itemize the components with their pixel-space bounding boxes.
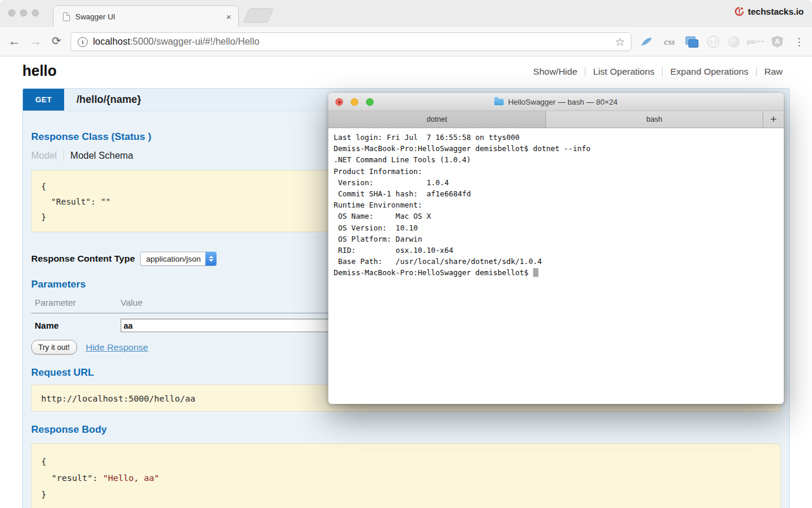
response-string-value: "Hello, aa" <box>103 473 159 483</box>
expand-operations-link[interactable]: Expand Operations <box>670 66 748 77</box>
divider <box>756 67 757 76</box>
terminal-line: OS Version: 10.10 <box>334 222 778 233</box>
terminal-line: Product Information: <box>334 166 778 177</box>
tab-model-schema[interactable]: Model Schema <box>71 151 134 161</box>
show-hide-link[interactable]: Show/Hide <box>533 66 577 77</box>
terminal-tab-bash[interactable]: bash <box>546 111 763 128</box>
reload-icon[interactable]: ⟳ <box>52 33 61 49</box>
hide-response-link[interactable]: Hide Response <box>86 342 148 353</box>
terminal-line: Runtime Environment: <box>334 199 778 210</box>
try-it-out-button[interactable]: Try it out! <box>31 340 77 355</box>
resource-actions: Show/Hide List Operations Expand Operati… <box>533 66 783 77</box>
brand-badge: techstacks.io <box>734 6 804 16</box>
operation-path[interactable]: /hello/{name} <box>64 89 141 111</box>
select-stepper-icon <box>205 252 217 266</box>
swirl-extension-icon[interactable] <box>728 36 740 48</box>
json-viewer-extension-icon[interactable]: {...} <box>707 36 719 48</box>
browser-tab[interactable]: Swagger UI × <box>53 5 239 27</box>
response-content-type-select[interactable]: application/json <box>140 252 217 266</box>
window-controls[interactable] <box>8 9 39 16</box>
terminal-window-controls[interactable] <box>335 98 374 106</box>
gist-extension-icon[interactable]: gist+++ <box>748 35 763 49</box>
extensions-bar: css {...} gist+++ A ⋮ <box>640 33 806 51</box>
parameter-name-label: Name <box>35 320 121 330</box>
photo-front-icon <box>688 39 698 48</box>
terminal-close-icon[interactable] <box>335 98 343 106</box>
terminal-minimize-icon[interactable] <box>351 98 358 106</box>
bookmark-star-icon[interactable]: ☆ <box>615 35 625 49</box>
raw-link[interactable]: Raw <box>764 66 783 77</box>
value-column-header: Value <box>121 298 142 308</box>
tab-close-icon[interactable]: × <box>226 12 231 22</box>
terminal-line: .NET Command Line Tools (1.0.4) <box>334 154 778 165</box>
terminal-title: HelloSwagger — bash — 80×24 <box>494 98 617 106</box>
terminal-new-tab-button[interactable]: + <box>763 111 784 128</box>
page-info-icon[interactable]: i <box>78 37 88 47</box>
terminal-tab-bar: dotnet bash + <box>328 111 784 128</box>
terminal-output[interactable]: Last login: Fri Jul 7 16:55:58 on ttys00… <box>328 128 784 403</box>
terminal-line: Last login: Fri Jul 7 16:55:58 on ttys00… <box>334 132 778 143</box>
response-body-value: { "result": "Hello, aa" } <box>31 443 781 508</box>
url-text[interactable]: localhost:5000/swagger-ui/#!/hello/Hello <box>93 36 615 47</box>
response-content-type-label: Response Content Type <box>31 253 135 264</box>
tab-title: Swagger UI <box>75 12 226 21</box>
terminal-line: Base Path: /usr/local/share/dotnet/sdk/1… <box>334 256 778 267</box>
page-favicon-icon <box>63 12 70 21</box>
list-operations-link[interactable]: List Operations <box>593 66 654 77</box>
terminal-tab-dotnet[interactable]: dotnet <box>328 111 546 128</box>
terminal-window[interactable]: HelloSwagger — bash — 80×24 dotnet bash … <box>328 93 784 404</box>
browser-menu-icon[interactable]: ⋮ <box>792 35 806 49</box>
close-window-icon[interactable] <box>8 9 15 16</box>
forward-icon: → <box>29 33 42 49</box>
new-tab-button[interactable] <box>243 8 274 23</box>
divider <box>585 67 585 76</box>
terminal-line: OS Platform: Darwin <box>334 233 778 245</box>
terminal-zoom-icon[interactable] <box>366 98 374 106</box>
divider <box>64 150 64 162</box>
techstacks-logo-icon <box>734 6 744 16</box>
terminal-line: Commit SHA-1 hash: af1e6684fd <box>334 188 778 199</box>
response-body-heading: Response Body <box>31 412 781 436</box>
divider <box>662 67 663 76</box>
terminal-cursor <box>533 268 538 277</box>
brand-text: techstacks.io <box>748 6 804 16</box>
zoom-window-icon[interactable] <box>32 9 39 16</box>
folder-icon <box>494 99 504 105</box>
selected-content-type: application/json <box>146 255 205 263</box>
browser-chrome: Swagger UI × techstacks.io ← → ⟳ i local… <box>0 0 812 56</box>
browser-toolbar: ← → ⟳ i localhost:5000/swagger-ui/#!/hel… <box>0 27 812 56</box>
back-icon[interactable]: ← <box>8 33 21 49</box>
tab-model[interactable]: Model <box>31 151 57 161</box>
minimize-window-icon[interactable] <box>20 9 27 16</box>
photos-extension-icon[interactable] <box>685 36 698 48</box>
css-extension-icon[interactable]: css <box>663 35 677 49</box>
terminal-prompt-line: Demiss-MacBook-Pro:HelloSwagger demisbel… <box>334 267 778 278</box>
resource-title: hello <box>22 62 56 79</box>
terminal-title-text: HelloSwagger — bash — 80×24 <box>508 98 617 106</box>
terminal-line: OS Name: Mac OS X <box>334 210 778 222</box>
feather-extension-icon[interactable] <box>640 35 654 49</box>
terminal-line: Demiss-MacBook-Pro:HelloSwagger demisbel… <box>334 143 778 154</box>
terminal-line: RID: osx.10.10-x64 <box>334 245 778 256</box>
angular-extension-icon[interactable]: A <box>771 36 783 48</box>
http-method-badge[interactable]: GET <box>23 89 64 111</box>
terminal-titlebar[interactable]: HelloSwagger — bash — 80×24 <box>328 93 784 111</box>
terminal-line: Version: 1.0.4 <box>334 177 778 188</box>
tab-strip: Swagger UI × techstacks.io <box>0 0 812 27</box>
address-bar[interactable]: i localhost:5000/swagger-ui/#!/hello/Hel… <box>71 32 631 51</box>
resource-header: hello Show/Hide List Operations Expand O… <box>0 56 812 79</box>
parameter-column-header: Parameter <box>35 298 121 308</box>
